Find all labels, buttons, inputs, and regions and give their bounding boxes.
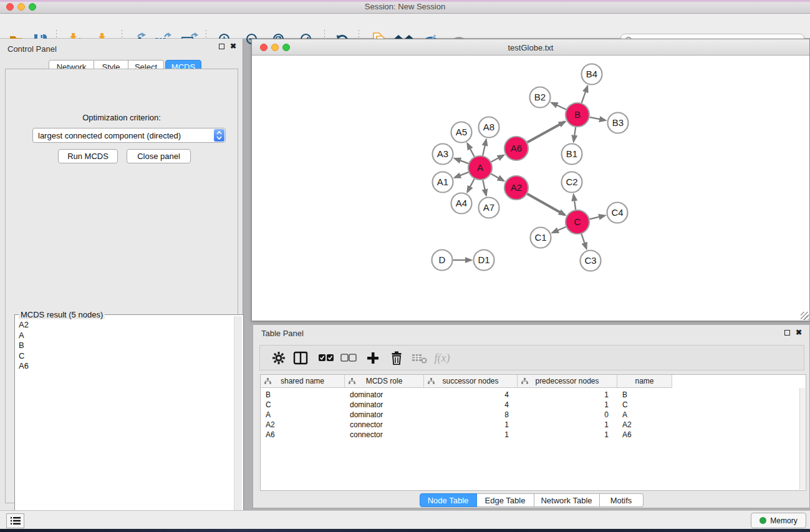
tab-node-table[interactable]: Node Table [420, 493, 477, 507]
show-columns-button[interactable] [289, 347, 312, 369]
network-canvas[interactable]: AA1A2A3A4A5A6A7A8BB1B2B3B4CC1C2C3C4DD1 [253, 56, 809, 320]
session-title: Session: New Session [0, 2, 810, 11]
graph-node-D[interactable]: D [432, 250, 453, 271]
column-header-predecessor-nodes[interactable]: predecessor nodes [518, 375, 617, 388]
criterion-select[interactable]: largest connected component (directed) [32, 128, 226, 143]
svg-text:A5: A5 [456, 127, 467, 137]
edge-C-C2[interactable] [574, 195, 576, 210]
graph-node-A2[interactable]: A2 [504, 176, 528, 200]
control-panel-title: Control Panel [7, 44, 57, 54]
edge-C-C4[interactable] [589, 216, 605, 220]
close-panel-icon[interactable]: ✖ [230, 43, 236, 49]
network-title: testGlobe.txt [252, 43, 809, 52]
graph-node-B3[interactable]: B3 [608, 113, 629, 133]
table-settings-button[interactable] [268, 347, 290, 369]
edge-A-A6[interactable] [491, 155, 504, 162]
table-cell: A [617, 410, 672, 419]
table-cell: B [617, 390, 672, 399]
graph-node-B4[interactable]: B4 [582, 64, 602, 85]
table-row[interactable]: Cdominator41C [261, 400, 806, 410]
table-row[interactable]: A2connector11A2 [261, 420, 806, 430]
edge-A-A7[interactable] [483, 180, 486, 195]
close-panel-button[interactable]: Close panel [127, 149, 191, 163]
graph-node-A8[interactable]: A8 [479, 117, 499, 138]
graph-node-A7[interactable]: A7 [479, 198, 499, 218]
svg-text:D1: D1 [478, 254, 489, 265]
select-all-icon [318, 354, 334, 362]
task-history-button[interactable] [6, 513, 24, 528]
graph-node-A1[interactable]: A1 [433, 172, 453, 193]
result-item[interactable]: A [19, 331, 233, 341]
result-item[interactable]: B [19, 341, 233, 351]
graph-node-D1[interactable]: D1 [474, 250, 494, 271]
application-window: Session: New Session [0, 0, 810, 532]
select-all-rows-button[interactable] [315, 347, 337, 369]
graph-node-B1[interactable]: B1 [562, 144, 582, 165]
edge-B-B2[interactable] [552, 103, 566, 110]
svg-text:C: C [574, 216, 581, 227]
float-panel-icon[interactable] [784, 330, 790, 336]
node-table: shared nameMCDS rolesuccessor nodesprede… [260, 374, 806, 491]
edge-A-A8[interactable] [483, 140, 486, 155]
gear-icon [272, 351, 286, 365]
edge-A-A2[interactable] [491, 174, 504, 181]
edge-B-B1[interactable] [574, 127, 576, 142]
close-panel-icon[interactable]: ✖ [796, 329, 802, 336]
result-item[interactable]: A6 [19, 361, 233, 372]
edge-A-A5[interactable] [468, 143, 475, 157]
table-cell: dominator [345, 410, 424, 419]
table-cell: 4 [424, 390, 518, 399]
svg-text:C1: C1 [534, 232, 546, 243]
table-row[interactable]: Bdominator41B [261, 390, 806, 400]
edge-C-C3[interactable] [581, 234, 586, 249]
graph-node-C4[interactable]: C4 [607, 203, 628, 223]
column-header-MCDS-role[interactable]: MCDS role [345, 375, 424, 388]
tab-network-table[interactable]: Network Table [534, 493, 600, 507]
graph-node-B2[interactable]: B2 [530, 87, 551, 108]
edge-C-C1[interactable] [552, 227, 566, 233]
float-panel-icon[interactable] [219, 44, 224, 49]
graph-node-C1[interactable]: C1 [531, 228, 551, 248]
graph-node-A5[interactable]: A5 [451, 122, 472, 143]
graph-node-C2[interactable]: C2 [562, 172, 582, 193]
column-header-shared-name[interactable]: shared name [261, 375, 345, 388]
status-bar: Memory [0, 510, 810, 529]
tab-edge-table[interactable]: Edge Table [477, 493, 534, 507]
table-scrollbar[interactable] [799, 388, 805, 490]
graph-node-A[interactable]: A [468, 156, 492, 180]
column-header-successor-nodes[interactable]: successor nodes [424, 375, 518, 388]
column-header-name[interactable]: name [617, 375, 672, 388]
graph-node-A4[interactable]: A4 [451, 193, 472, 214]
edge-A2-C[interactable] [527, 194, 565, 215]
svg-text:B4: B4 [586, 69, 597, 79]
table-cell: connector [345, 430, 424, 439]
result-item[interactable]: C [19, 351, 233, 362]
edge-A-A3[interactable] [455, 158, 468, 163]
table-row[interactable]: Adominator80A [261, 410, 806, 420]
graph-node-B[interactable]: B [566, 103, 589, 127]
result-scrollbar[interactable] [234, 316, 242, 528]
graph-node-C3[interactable]: C3 [581, 251, 601, 271]
svg-text:A: A [477, 162, 483, 173]
graph-node-A3[interactable]: A3 [433, 144, 453, 165]
result-item[interactable]: A2 [19, 320, 233, 331]
edge-A-A1[interactable] [455, 172, 468, 178]
edge-A6-B[interactable] [528, 122, 565, 142]
table-cell: A [261, 410, 345, 419]
window-resize-handle[interactable] [801, 312, 809, 320]
edge-A-A4[interactable] [468, 179, 475, 192]
memory-button[interactable]: Memory [751, 513, 806, 528]
columns-icon [293, 351, 308, 365]
deselect-all-rows-button[interactable] [337, 347, 360, 369]
run-mcds-button[interactable]: Run MCDS [58, 149, 118, 163]
delete-column-button[interactable] [385, 347, 408, 369]
tab-motifs[interactable]: Motifs [600, 493, 644, 507]
add-column-button[interactable] [362, 347, 384, 369]
graph-node-C[interactable]: C [566, 210, 589, 234]
edge-B-B3[interactable] [590, 117, 605, 120]
network-graph: AA1A2A3A4A5A6A7A8BB1B2B3B4CC1C2C3C4DD1 [253, 56, 810, 321]
table-row[interactable]: A6connector11A6 [261, 430, 806, 440]
edge-B-B4[interactable] [582, 86, 587, 103]
graph-node-A6[interactable]: A6 [504, 137, 528, 160]
plus-icon [367, 352, 379, 364]
